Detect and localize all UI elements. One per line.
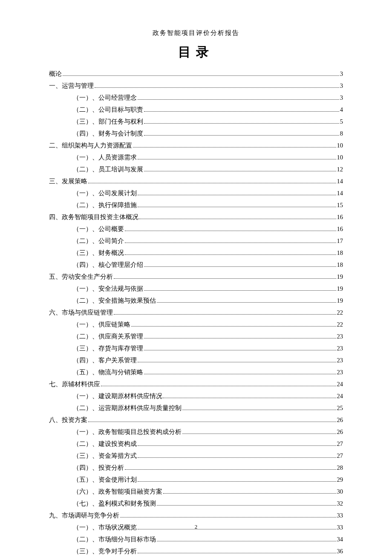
toc-entry[interactable]: 九、市场调研与竞争分析33 — [49, 509, 343, 521]
toc-entry[interactable]: 五、劳动安全生产分析19 — [49, 271, 343, 283]
toc-entry[interactable]: 四、政务智能项目投资主体概况16 — [49, 211, 343, 223]
toc-entry-label: （二）、运营期原材料供应与质量控制 — [73, 402, 182, 414]
toc-entry[interactable]: （六）、政务智能项目融资方案30 — [49, 486, 343, 497]
toc-leader-dots — [157, 537, 336, 541]
toc-entry[interactable]: （五）、物流与分销策略23 — [49, 366, 343, 378]
toc-entry-label: 九、市场调研与竞争分析 — [49, 509, 119, 521]
toc-leader-dots — [101, 382, 336, 386]
toc-entry-label: 四、政务智能项目投资主体概况 — [49, 211, 138, 223]
toc-entry-page: 23 — [337, 354, 343, 366]
toc-entry[interactable]: （四）、核心管理层介绍18 — [49, 259, 343, 271]
toc-entry[interactable]: （三）、资金筹措方式27 — [49, 450, 343, 462]
toc-entry-page: 17 — [337, 235, 343, 247]
toc-entry[interactable]: 三、发展策略14 — [49, 175, 343, 187]
toc-entry[interactable]: （二）、运营期原材料供应与质量控制25 — [49, 402, 343, 414]
toc-entry-page: 30 — [337, 486, 343, 497]
toc-entry-page: 32 — [337, 497, 343, 509]
toc-leader-dots — [139, 214, 336, 219]
toc-entry[interactable]: （一）、人员资源需求10 — [49, 151, 343, 163]
toc-entry[interactable]: （二）、供应商关系管理23 — [49, 330, 343, 342]
toc-entry[interactable]: （一）、公司经营理念3 — [49, 92, 343, 104]
toc-leader-dots — [114, 274, 336, 279]
toc-entry[interactable]: （四）、客户关系管理23 — [49, 354, 343, 366]
toc-entry[interactable]: （三）、存货与库存管理23 — [49, 342, 343, 354]
toc-entry[interactable]: （三）、财务概况18 — [49, 247, 343, 259]
toc-entry-label: 三、发展策略 — [49, 175, 87, 187]
toc-entry-page: 19 — [337, 295, 343, 306]
toc-entry[interactable]: 七、原辅材料供应24 — [49, 378, 343, 390]
toc-entry-page: 36 — [337, 545, 343, 555]
toc-leader-dots — [182, 429, 336, 434]
toc-entry[interactable]: （三）、部门任务与权利5 — [49, 116, 343, 127]
toc-entry[interactable]: 二、组织架构与人力资源配置10 — [49, 139, 343, 151]
toc-leader-dots — [138, 477, 336, 482]
toc-entry[interactable]: （二）、市场细分与目标市场34 — [49, 533, 343, 545]
toc-leader-dots — [144, 286, 336, 291]
toc-leader-dots — [144, 346, 336, 350]
toc-leader-dots — [120, 513, 336, 517]
toc-entry[interactable]: （三）、竞争对手分析36 — [49, 545, 343, 555]
toc-entry-label: 一、运营与管理 — [49, 80, 94, 92]
toc-entry[interactable]: （一）、建设期原材料供应情况24 — [49, 390, 343, 402]
toc-entry[interactable]: 概论3 — [49, 68, 343, 80]
toc-entry-page: 22 — [337, 318, 343, 330]
toc-entry[interactable]: （四）、财务与会计制度8 — [49, 127, 343, 139]
toc-entry-label: （一）、政务智能项目总投资构成分析 — [73, 426, 182, 438]
toc-entry-label: （五）、资金使用计划 — [73, 474, 137, 486]
toc-entry[interactable]: （一）、公司概要16 — [49, 223, 343, 235]
toc-entry-label: 六、市场与供应链管理 — [49, 306, 113, 318]
toc-entry[interactable]: （二）、安全措施与效果预估19 — [49, 295, 343, 306]
toc-title: 目录 — [49, 43, 343, 61]
toc-entry-label: （三）、资金筹措方式 — [73, 450, 137, 462]
toc-entry-label: （二）、公司目标与职责 — [73, 104, 143, 116]
toc-entry-page: 23 — [337, 366, 343, 378]
toc-entry-label: （五）、物流与分销策略 — [73, 366, 143, 378]
toc-entry-label: （六）、政务智能项目融资方案 — [73, 486, 162, 497]
toc-leader-dots — [144, 107, 339, 112]
toc-entry[interactable]: （一）、公司发展计划14 — [49, 187, 343, 199]
toc-entry-label: 七、原辅材料供应 — [49, 378, 100, 390]
toc-leader-dots — [138, 202, 336, 207]
toc-entry[interactable]: （一）、政务智能项目总投资构成分析26 — [49, 426, 343, 438]
toc-entry-label: （二）、员工培训与发展 — [73, 163, 143, 175]
toc-entry-label: （一）、安全法规与依据 — [73, 283, 143, 295]
toc-entry[interactable]: （二）、员工培训与发展12 — [49, 163, 343, 175]
toc-entry-page: 8 — [340, 127, 343, 139]
toc-leader-dots — [182, 405, 336, 410]
toc-leader-dots — [138, 191, 336, 195]
toc-leader-dots — [144, 119, 339, 124]
toc-entry-page: 27 — [337, 450, 343, 462]
toc-entry[interactable]: （五）、资金使用计划29 — [49, 474, 343, 486]
toc-entry-label: （二）、建设投资构成 — [73, 438, 137, 450]
toc-entry-label: （三）、财务概况 — [73, 247, 124, 259]
document-page: 政务智能项目评价分析报告 目录 概论3一、运营与管理3（一）、公司经营理念3（二… — [0, 0, 392, 555]
toc-leader-dots — [163, 489, 336, 494]
toc-entry[interactable]: （二）、建设投资构成27 — [49, 438, 343, 450]
toc-entry[interactable]: （一）、安全法规与依据19 — [49, 283, 343, 295]
toc-entry-page: 16 — [337, 223, 343, 235]
toc-entry[interactable]: （二）、执行保障措施15 — [49, 199, 343, 211]
toc-leader-dots — [144, 334, 336, 338]
toc-entry-label: （一）、公司经营理念 — [73, 92, 137, 104]
toc-entry-label: （三）、部门任务与权利 — [73, 116, 143, 127]
toc-leader-dots — [144, 262, 336, 267]
toc-entry[interactable]: （七）、盈利模式和财务预测32 — [49, 497, 343, 509]
toc-entry-page: 14 — [337, 187, 343, 199]
toc-entry[interactable]: 八、投资方案26 — [49, 414, 343, 426]
toc-entry[interactable]: （四）、投资分析28 — [49, 462, 343, 474]
toc-entry-page: 19 — [337, 283, 343, 295]
toc-entry[interactable]: 一、运营与管理3 — [49, 80, 343, 92]
toc-entry-label: （一）、建设期原材料供应情况 — [73, 390, 162, 402]
toc-entry-page: 27 — [337, 438, 343, 450]
toc-leader-dots — [138, 358, 336, 362]
toc-entry-page: 15 — [337, 199, 343, 211]
toc-entry[interactable]: 六、市场与供应链管理22 — [49, 306, 343, 318]
toc-entry[interactable]: （二）、公司简介17 — [49, 235, 343, 247]
toc-entry-page: 3 — [340, 92, 343, 104]
toc-entry[interactable]: （二）、公司目标与职责4 — [49, 104, 343, 116]
toc-entry-label: 概论 — [49, 68, 62, 80]
toc-entry-label: （三）、存货与库存管理 — [73, 342, 143, 354]
toc-entry-page: 5 — [340, 116, 343, 127]
toc-leader-dots — [157, 501, 336, 506]
toc-entry[interactable]: （一）、供应链策略22 — [49, 318, 343, 330]
